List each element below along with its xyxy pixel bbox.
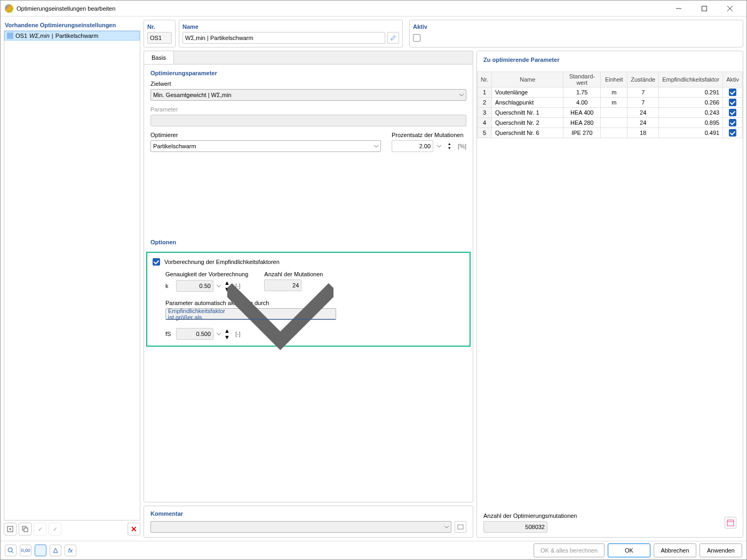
row-aktiv-checkbox[interactable] (729, 119, 736, 126)
box-icon[interactable] (35, 545, 46, 556)
cancel-button[interactable]: Abbrechen (654, 543, 696, 557)
tree-item-symbol: WΣ,min (29, 33, 50, 39)
tree-item-id: OS1 (15, 33, 27, 39)
ok-calc-button: OK & alles berechnen (534, 543, 605, 557)
kommentar-title: Kommentar (150, 510, 466, 517)
table-row[interactable]: 1Voutenlänge1.75m70.291 (478, 87, 743, 98)
kommentar-edit-button[interactable] (455, 521, 466, 533)
new-button[interactable] (4, 523, 17, 535)
spin-down-icon[interactable]: ▼ (445, 146, 454, 150)
app-icon (5, 4, 13, 13)
apply-button[interactable]: Anwenden (700, 543, 742, 557)
ok-button[interactable]: OK (608, 543, 650, 557)
aktiv-checkbox[interactable] (413, 34, 420, 42)
aktiv-group: Aktiv (409, 20, 743, 47)
name-input[interactable]: WΣ,min | Partikelschwarm (182, 32, 385, 44)
svg-rect-9 (458, 525, 463, 529)
titlebar: Optimierungseinstellungen bearbeiten (1, 1, 746, 17)
mutation-count-value: 508032 (483, 521, 547, 533)
zielwert-select[interactable]: Min. Gesamtgewicht | WΣ,min (150, 89, 466, 101)
mutation-unit: [%] (458, 143, 466, 149)
table-row[interactable]: 3Querschnitt Nr. 1HEA 400240.243 (478, 108, 743, 118)
kommentar-select[interactable] (150, 521, 451, 533)
tree-item-os1[interactable]: OS1 WΣ,min | Partikelschwarm (4, 31, 140, 41)
table-row[interactable]: 5Querschnitt Nr. 6IPE 270180.491 (478, 128, 743, 138)
svg-line-13 (12, 551, 13, 553)
precalc-checkbox[interactable] (153, 258, 160, 266)
nr-label: Nr. (147, 23, 172, 30)
mutation-count-label: Anzahl der Optimierungsmutationen (483, 513, 577, 519)
svg-rect-1 (702, 6, 707, 11)
decimals-icon[interactable]: 0,00 (20, 545, 31, 556)
search-icon[interactable] (5, 545, 17, 556)
structure-icon[interactable] (50, 545, 61, 556)
auto-activate-select[interactable]: Empfindlichkeitsfaktor ist größer als (165, 308, 336, 320)
zielwert-label: Zielwert (150, 81, 466, 87)
fx-icon[interactable]: fx (65, 545, 76, 556)
svg-rect-10 (727, 520, 734, 526)
parameter-input (150, 115, 466, 126)
chevron-down-icon[interactable] (217, 283, 221, 289)
params-table-title: Zu optimierende Parameter (477, 51, 743, 63)
mutation-pct-spinner[interactable]: 2.00 ▲▼ [%] (392, 140, 466, 152)
row-aktiv-checkbox[interactable] (729, 129, 736, 137)
svg-point-12 (8, 548, 12, 552)
left-panel-header: Vorhandene Optimierungseinstellungen (4, 20, 140, 31)
optimierer-label: Optimierer (150, 132, 381, 138)
name-group: Name WΣ,min | Partikelschwarm (179, 20, 403, 47)
parameter-label: Parameter (150, 106, 466, 113)
nr-input[interactable]: OS1 (147, 32, 172, 44)
mutation-pct-label: Prozentsatz der Mutationen (392, 132, 466, 138)
settings-tree[interactable]: OS1 WΣ,min | Partikelschwarm (4, 31, 140, 521)
optionen-title: Optionen (150, 239, 466, 245)
minimize-button[interactable] (666, 1, 691, 17)
table-row[interactable]: 4Querschnitt Nr. 2HEA 280240.895 (478, 118, 743, 128)
spin-up-icon[interactable]: ▲ (445, 142, 454, 146)
copy-button[interactable] (19, 523, 31, 535)
chevron-down-icon[interactable] (217, 331, 221, 337)
k-label: k (165, 283, 173, 289)
svg-line-15 (55, 548, 58, 553)
nr-group: Nr. OS1 (144, 20, 176, 47)
tree-item-sep: | (52, 33, 53, 39)
calendar-icon[interactable] (725, 517, 736, 529)
footer-toolbar: 0,00 fx OK & alles berechnen OK Abbreche… (1, 541, 746, 559)
name-label: Name (182, 23, 399, 30)
params-table[interactable]: Nr. Name Standard- wert Einheit Zustände… (477, 71, 743, 138)
dialog-window: Optimierungseinstellungen bearbeiten Vor… (0, 0, 747, 560)
optimierer-select[interactable]: Partikelschwarm (150, 140, 381, 152)
window-title: Optimierungseinstellungen bearbeiten (17, 5, 666, 12)
delete-button[interactable]: ✕ (128, 523, 140, 535)
row-aktiv-checkbox[interactable] (729, 89, 736, 96)
aktiv-label: Aktiv (413, 23, 740, 30)
opt-params-title: Optimierungsparameter (150, 70, 466, 76)
svg-line-14 (53, 548, 55, 553)
tree-item-type: Partikelschwarm (55, 33, 99, 39)
tab-basis[interactable]: Basis (144, 51, 174, 64)
tool-button-1: ✓ (34, 523, 46, 535)
fs-label: fS (165, 331, 173, 337)
row-aktiv-checkbox[interactable] (729, 109, 736, 116)
edit-name-button[interactable] (387, 32, 399, 44)
table-row[interactable]: 2Anschlagpunkt4.00m70.266 (478, 98, 743, 108)
tool-button-2: ✓ (49, 523, 61, 535)
svg-rect-8 (24, 528, 28, 532)
options-highlight: Vorberechnung der Empfindlichkeitsfaktor… (146, 252, 471, 347)
close-button[interactable] (718, 1, 742, 17)
chevron-down-icon[interactable] (435, 140, 443, 152)
tree-item-icon (7, 33, 13, 39)
row-aktiv-checkbox[interactable] (729, 99, 736, 106)
maximize-button[interactable] (692, 1, 717, 17)
